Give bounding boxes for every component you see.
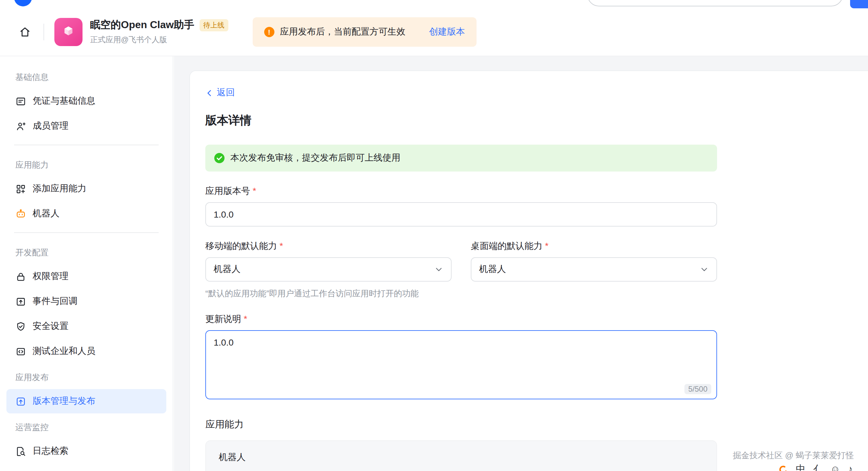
back-link[interactable]: 返回 bbox=[205, 86, 235, 99]
capability-hint: “默认的应用功能”即用户通过工作台访问应用时打开的功能 bbox=[205, 288, 717, 299]
capability-panel[interactable]: 机器人 bbox=[205, 440, 717, 471]
sidebar-section-basic-info: 基础信息 bbox=[0, 64, 173, 88]
sidebar-item-add-capability[interactable]: 添加应用能力 bbox=[6, 177, 166, 201]
test-org-icon bbox=[16, 346, 26, 357]
platform-logo-icon bbox=[14, 0, 32, 6]
sidebar-section-dev-config: 开发配置 bbox=[0, 239, 173, 264]
sidebar-divider bbox=[14, 145, 159, 145]
required-asterisk: * bbox=[545, 240, 549, 251]
ime-icon: 中 bbox=[796, 464, 805, 471]
app-subtitle: 正式应用@飞书个人版 bbox=[90, 34, 228, 46]
success-check-icon bbox=[214, 153, 224, 163]
credential-icon bbox=[16, 96, 26, 107]
page: 眠空的Open Claw助手 待上线 正式应用@飞书个人版 ! 应用发布后，当前… bbox=[0, 0, 868, 471]
warning-icon: ! bbox=[264, 27, 274, 37]
version-field-label: 应用版本号* bbox=[205, 185, 717, 198]
desktop-capability-field: 桌面端的默认能力* 机器人 bbox=[471, 226, 717, 281]
capability-panel-title: 机器人 bbox=[219, 451, 246, 462]
sidebar-item-log-search[interactable]: 日志检索 bbox=[6, 439, 166, 463]
success-banner: 本次发布免审核，提交发布后即可上线使用 bbox=[205, 144, 717, 171]
sidebar-section-monitoring: 运营监控 bbox=[0, 414, 173, 438]
sidebar-item-label: 凭证与基础信息 bbox=[33, 95, 95, 107]
mobile-capability-field: 移动端的默认能力* 机器人 bbox=[205, 226, 452, 281]
add-capability-icon bbox=[16, 183, 26, 194]
smiley-icon: ☺ bbox=[830, 464, 840, 471]
publish-notice-banner: ! 应用发布后，当前配置方可生效 创建版本 bbox=[252, 17, 476, 47]
person-icon: 亻 bbox=[813, 464, 823, 471]
watermark-text: 掘金技术社区 @ 蝎子莱莱爱打怪 bbox=[733, 450, 854, 462]
create-version-link[interactable]: 创建版本 bbox=[429, 26, 465, 38]
sidebar-section-release: 应用发布 bbox=[0, 364, 173, 388]
main-area: 返回 版本详情 本次发布免审核，提交发布后即可上线使用 应用版本号* 移动端的默… bbox=[174, 56, 868, 471]
default-capability-row: 移动端的默认能力* 机器人 桌面端的默认能力* 机器人 bbox=[205, 226, 717, 281]
mobile-capability-select[interactable]: 机器人 bbox=[205, 257, 452, 281]
status-badge: 待上线 bbox=[199, 19, 228, 31]
sidebar-item-security[interactable]: 安全设置 bbox=[6, 314, 166, 338]
update-notes-textarea[interactable]: 1.0.0 5/500 bbox=[205, 330, 717, 399]
sidebar-item-label: 成员管理 bbox=[33, 120, 68, 132]
topbar-primary-button[interactable] bbox=[850, 0, 868, 8]
lock-icon bbox=[16, 271, 26, 282]
chevron-down-icon bbox=[434, 265, 443, 273]
watermark-icons: 中 亻 ☺ ♪ bbox=[777, 464, 852, 471]
sidebar-item-test-org[interactable]: 测试企业和人员 bbox=[6, 339, 166, 363]
log-search-icon bbox=[16, 446, 26, 457]
app-header: 眠空的Open Claw助手 待上线 正式应用@飞书个人版 ! 应用发布后，当前… bbox=[0, 8, 868, 56]
back-label: 返回 bbox=[217, 87, 235, 98]
sidebar-item-label: 测试企业和人员 bbox=[33, 346, 95, 357]
mic-icon: ♪ bbox=[848, 464, 852, 471]
mobile-capability-value: 机器人 bbox=[214, 263, 241, 275]
success-banner-text: 本次发布免审核，提交发布后即可上线使用 bbox=[230, 152, 400, 164]
version-input[interactable] bbox=[205, 202, 717, 226]
capability-section-title: 应用能力 bbox=[205, 418, 717, 431]
event-callback-icon bbox=[16, 296, 26, 307]
desktop-capability-value: 机器人 bbox=[479, 263, 506, 275]
desktop-capability-label: 桌面端的默认能力* bbox=[471, 240, 717, 253]
home-button[interactable] bbox=[14, 21, 36, 43]
app-meta: 眠空的Open Claw助手 待上线 正式应用@飞书个人版 bbox=[90, 19, 228, 46]
update-notes-value: 1.0.0 bbox=[214, 337, 234, 347]
sidebar-item-label: 日志检索 bbox=[33, 445, 68, 457]
notice-text: 应用发布后，当前配置方可生效 bbox=[280, 26, 405, 38]
version-detail-content: 返回 版本详情 本次发布免审核，提交发布后即可上线使用 应用版本号* 移动端的默… bbox=[205, 71, 717, 471]
global-search-input[interactable] bbox=[587, 0, 843, 6]
sidebar-section-capabilities: 应用能力 bbox=[0, 152, 173, 176]
app-name: 眠空的Open Claw助手 bbox=[90, 19, 194, 32]
members-icon bbox=[16, 121, 26, 131]
desktop-capability-select[interactable]: 机器人 bbox=[471, 257, 717, 281]
chevron-left-icon bbox=[205, 89, 214, 97]
publish-icon bbox=[16, 396, 26, 407]
sidebar-item-label: 版本管理与发布 bbox=[33, 395, 95, 407]
sidebar-item-version-management[interactable]: 版本管理与发布 bbox=[6, 389, 166, 413]
page-title: 版本详情 bbox=[205, 112, 717, 129]
required-asterisk: * bbox=[280, 240, 283, 251]
sidebar-item-members[interactable]: 成员管理 bbox=[6, 114, 166, 138]
sidebar-divider bbox=[14, 232, 159, 233]
content-card: 返回 版本详情 本次发布免审核，提交发布后即可上线使用 应用版本号* 移动端的默… bbox=[189, 70, 868, 471]
chevron-down-icon bbox=[700, 265, 709, 273]
header-divider bbox=[43, 24, 44, 40]
required-asterisk: * bbox=[253, 185, 256, 196]
global-topbar bbox=[0, 0, 868, 8]
robot-icon bbox=[16, 208, 26, 219]
sidebar-item-label: 机器人 bbox=[33, 208, 60, 219]
update-notes-label: 更新说明* bbox=[205, 313, 717, 326]
sidebar-item-credentials[interactable]: 凭证与基础信息 bbox=[6, 89, 166, 113]
sidebar-item-label: 事件与回调 bbox=[33, 296, 78, 307]
watermark-logo-icon bbox=[777, 464, 788, 471]
char-counter: 5/500 bbox=[684, 384, 711, 394]
sidebar-item-label: 添加应用能力 bbox=[33, 183, 86, 195]
sidebar: 基础信息 凭证与基础信息 成员管理 应用能力 添加应用能力 机器人 开发配置 权… bbox=[0, 56, 173, 471]
sidebar-item-label: 安全设置 bbox=[33, 321, 68, 332]
sidebar-item-permissions[interactable]: 权限管理 bbox=[6, 264, 166, 289]
mobile-capability-label: 移动端的默认能力* bbox=[205, 240, 452, 253]
required-asterisk: * bbox=[244, 313, 247, 323]
sidebar-item-events[interactable]: 事件与回调 bbox=[6, 289, 166, 314]
shield-check-icon bbox=[16, 321, 26, 332]
cube-icon bbox=[61, 24, 76, 40]
home-icon bbox=[19, 26, 31, 38]
sidebar-item-robot[interactable]: 机器人 bbox=[6, 202, 166, 226]
app-icon[interactable] bbox=[54, 18, 83, 46]
sidebar-item-label: 权限管理 bbox=[33, 271, 68, 282]
